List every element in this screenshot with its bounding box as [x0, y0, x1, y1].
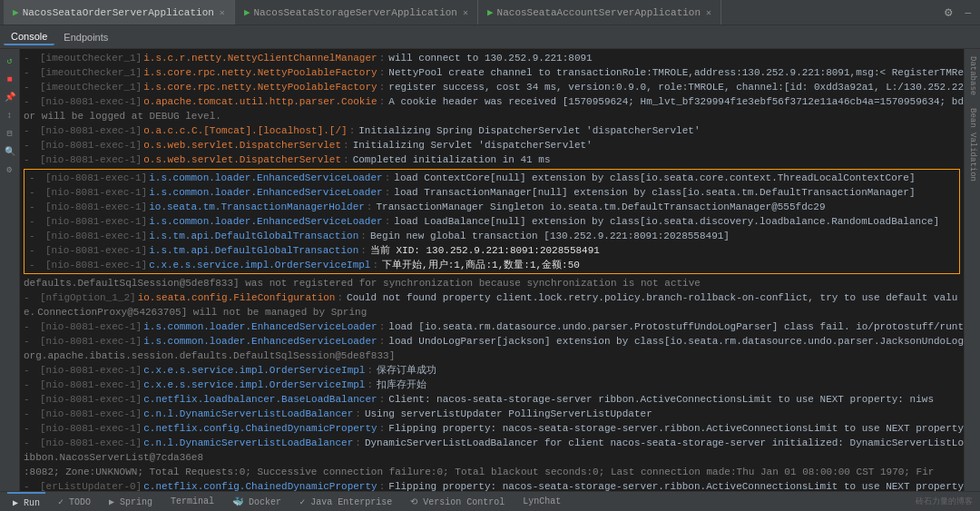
run-icon: ▶	[13, 6, 19, 18]
log-line: defaults.DefaultSqlSession@5de8f833] was…	[20, 276, 964, 290]
bottom-tab-java-enterprise[interactable]: ✓ Java Enterprise	[294, 492, 397, 511]
bottom-tab-terminal[interactable]: Terminal	[165, 492, 220, 511]
log-line: - [nio-8081-exec-1] o.s.web.servlet.Disp…	[20, 152, 964, 167]
log-line: - [nio-8081-exec-1] c.n.l.DynamicServerL…	[20, 436, 964, 450]
tab-bar: ▶ NacosSeataOrderServerApplication ✕ ▶ N…	[0, 0, 980, 25]
stop-icon[interactable]: ■	[2, 71, 18, 87]
filter-icon[interactable]: ⊟	[2, 125, 18, 142]
left-sidebar: ↺ ■ 📌 ↕ ⊟ 🔍 ⚙	[0, 49, 20, 491]
log-line: - [erListUpdater-0] c.netflix.config.Cha…	[20, 479, 964, 491]
log-line: - [nio-8081-exec-1] c.x.e.s.service.impl…	[20, 363, 964, 378]
log-line: ibbon.NacosServerList@7cda36e8	[20, 450, 964, 465]
log-line: - [nio-8081-exec-1] i.s.common.loader.En…	[20, 319, 964, 334]
bottom-tab-version-control[interactable]: ⟲ Version Control	[405, 492, 510, 511]
log-line: - [nio-8081-exec-1] c.n.l.DynamicServerL…	[20, 407, 964, 421]
search-sidebar-icon[interactable]: 🔍	[2, 143, 18, 160]
log-line: :8082; Zone:UNKNOWN; Total Requests:0; S…	[20, 465, 964, 479]
close-icon-2[interactable]: ✕	[706, 7, 711, 18]
close-icon-1[interactable]: ✕	[463, 7, 468, 18]
run-icon-1: ▶	[244, 6, 250, 18]
bottom-bar: ▶ Run ✓ TODO ▶ Spring Terminal 🐳 Docker …	[0, 491, 980, 511]
tab-order-label: NacosSeataOrderServerApplication	[23, 7, 214, 18]
log-line: - [nio-8081-exec-1] i.s.tm.api.DefaultGl…	[25, 243, 958, 258]
log-line: - [nio-8081-exec-1] io.seata.tm.Transact…	[25, 200, 958, 214]
endpoints-tab[interactable]: Endpoints	[56, 30, 115, 44]
log-line: - [imeoutChecker_1] i.s.core.rpc.netty.N…	[20, 80, 964, 94]
log-line: - [imeoutChecker_1] i.s.c.r.netty.NettyC…	[20, 51, 964, 65]
tab-account-label: NacosSeataAccountServerApplication	[497, 7, 701, 18]
bottom-tab-run[interactable]: ▶ Run	[7, 492, 45, 511]
log-line: e. ConnectionProxy@54263705] will not be…	[20, 305, 964, 319]
console-tab[interactable]: Console	[4, 29, 54, 45]
tab-account-server[interactable]: ▶ NacosSeataAccountServerApplication ✕	[478, 0, 721, 25]
bottom-tab-todo[interactable]: ✓ TODO	[53, 492, 96, 511]
settings-button[interactable]: ⚙	[937, 5, 959, 20]
bean-validation-icon[interactable]: Bean Validation	[968, 104, 977, 185]
log-line: - [nio-8081-exec-1] i.s.common.loader.En…	[25, 214, 958, 229]
highlighted-box: - [nio-8081-exec-1] i.s.common.loader.En…	[24, 169, 960, 274]
restart-icon[interactable]: ↺	[2, 53, 18, 69]
tab-storage-server[interactable]: ▶ NacosSeataStorageServerApplication ✕	[235, 0, 478, 25]
log-line: - [nio-8081-exec-1] o.a.c.c.C.[Tomcat].[…	[20, 123, 964, 138]
watermark-text: 砖石力量的博客	[916, 496, 973, 507]
minimize-button[interactable]: —	[959, 7, 976, 18]
run-icon-2: ▶	[487, 6, 494, 18]
log-line: - [nio-8081-exec-1] o.apache.tomcat.util…	[20, 94, 964, 109]
console-area[interactable]: - [imeoutChecker_1] i.s.c.r.netty.NettyC…	[20, 49, 964, 491]
right-sidebar: Database Bean Validation	[964, 49, 980, 491]
log-line: - [nio-8081-exec-1] i.s.common.loader.En…	[25, 185, 958, 200]
tab-order-server[interactable]: ▶ NacosSeataOrderServerApplication ✕	[4, 0, 235, 25]
bottom-tab-spring[interactable]: ▶ Spring	[103, 492, 158, 511]
log-line: - [nio-8081-exec-1] c.netflix.loadbalanc…	[20, 392, 964, 407]
log-line: - [nio-8081-exec-1] i.s.common.loader.En…	[20, 334, 964, 349]
bottom-tab-lynchat[interactable]: LynChat	[517, 492, 566, 511]
main-content: ↺ ■ 📌 ↕ ⊟ 🔍 ⚙ - [imeoutChecker_1] i.s.c.…	[0, 49, 980, 491]
bottom-tab-docker[interactable]: 🐳 Docker	[227, 492, 287, 511]
log-line: - [nfigOption_1_2] io.seata.config.FileC…	[20, 290, 964, 305]
log-line: or will be logged at DEBUG level.	[20, 109, 964, 123]
scroll-icon[interactable]: ↕	[2, 107, 18, 123]
log-line: - [imeoutChecker_1] i.s.core.rpc.netty.N…	[20, 65, 964, 80]
app-container: ▶ NacosSeataOrderServerApplication ✕ ▶ N…	[0, 0, 980, 511]
toolbar: Console Endpoints	[0, 25, 980, 49]
log-line: - [nio-8081-exec-1] i.s.tm.api.DefaultGl…	[25, 229, 958, 243]
tab-storage-label: NacosSeataStorageServerApplication	[254, 7, 457, 18]
log-line: org.apache.ibatis.session.defaults.Defau…	[20, 349, 964, 363]
gear-icon[interactable]: ⚙	[2, 162, 18, 178]
database-panel-icon[interactable]: Database	[968, 53, 977, 99]
log-line: - [nio-8081-exec-1] c.netflix.config.Cha…	[20, 421, 964, 436]
close-icon-0[interactable]: ✕	[220, 7, 225, 18]
log-line: - [nio-8081-exec-1] o.s.web.servlet.Disp…	[20, 138, 964, 152]
log-line: - [nio-8081-exec-1] i.s.common.loader.En…	[25, 171, 958, 185]
log-line: - [nio-8081-exec-1] c.x.e.s.service.impl…	[25, 258, 958, 272]
pin-icon[interactable]: 📌	[2, 89, 18, 105]
log-line: - [nio-8081-exec-1] c.x.e.s.service.impl…	[20, 378, 964, 392]
